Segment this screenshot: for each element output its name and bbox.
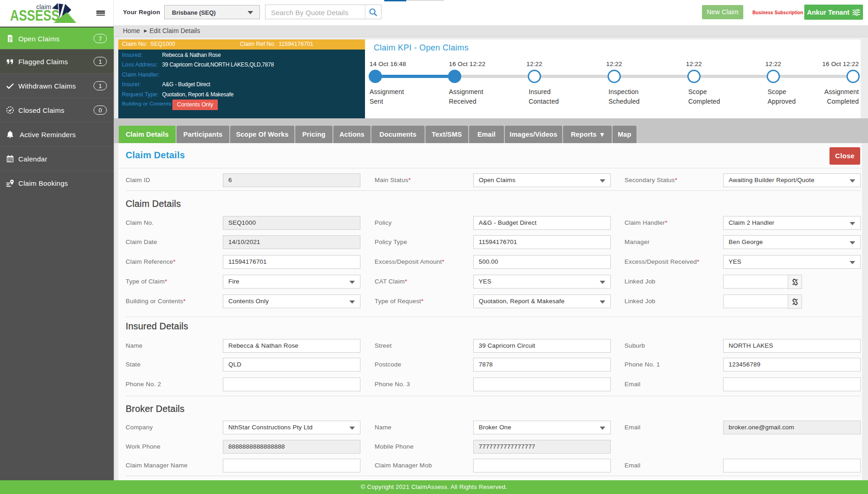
svg-text:ASSESS: ASSESS [10,6,60,24]
